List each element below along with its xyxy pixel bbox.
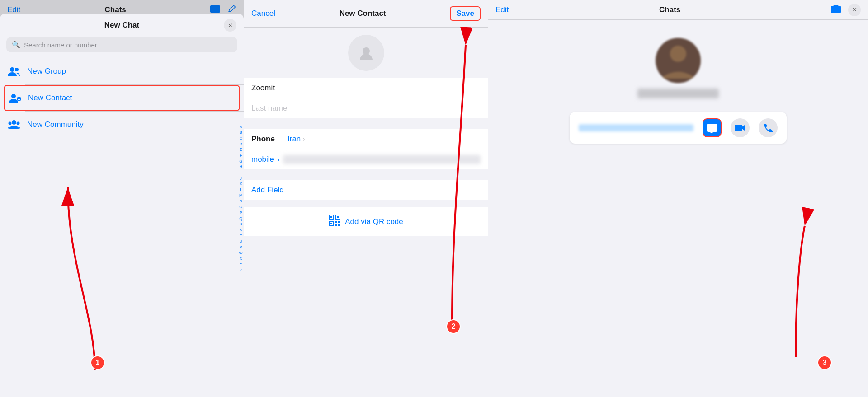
modal-title: New Chat	[104, 21, 139, 30]
video-call-button[interactable]	[731, 118, 750, 137]
new-contact-item[interactable]: New Contact	[4, 85, 240, 111]
qr-label: Add via QR code	[345, 217, 403, 226]
separator-4	[25, 138, 244, 138]
panel-3: Edit Chats ✕	[488, 0, 868, 397]
section-gap-2	[244, 173, 488, 177]
new-group-label: New Group	[27, 67, 66, 76]
cancel-button[interactable]: Cancel	[251, 9, 275, 18]
svg-point-10	[363, 47, 370, 55]
panel3-topbar: Edit Chats ✕	[488, 0, 868, 20]
svg-rect-12	[330, 216, 332, 218]
modal-header: New Chat ✕	[0, 14, 244, 33]
panel3-title: Chats	[659, 5, 680, 14]
add-field-label: Add Field	[251, 186, 284, 194]
contact-name-in-card	[579, 124, 693, 131]
phone-country-row[interactable]: Phone Iran ›	[244, 129, 488, 149]
camera-icon-3[interactable]	[831, 5, 841, 15]
step2-badge: 2	[446, 319, 461, 334]
panel3-close-button[interactable]: ✕	[848, 4, 861, 16]
qr-section[interactable]: Add via QR code	[244, 207, 488, 236]
new-group-item[interactable]: New Group	[0, 58, 244, 84]
svg-rect-16	[330, 223, 332, 224]
panel-2: Edit Chats Cancel New Contact Save	[244, 0, 488, 397]
close-icon: ✕	[228, 22, 233, 29]
new-contact-label: New Contact	[28, 93, 72, 103]
action-card	[570, 112, 787, 144]
mobile-row[interactable]: mobile ›	[244, 149, 488, 169]
add-photo-button[interactable]	[348, 35, 384, 71]
contact-avatar	[656, 38, 701, 83]
alphabet-index[interactable]: A B C D E F G H I J K L M N O P Q R S T …	[239, 124, 243, 273]
mobile-label: mobile	[251, 155, 274, 164]
first-name-value: Zoomit	[251, 84, 275, 93]
section-gap-1	[244, 122, 488, 126]
panel2-new-contact-modal: Cancel New Contact Save Zoomit Last name	[244, 0, 488, 397]
panel1-modal-sheet: New Chat ✕ 🔍 Search name or number	[0, 14, 244, 397]
new-community-label: New Community	[27, 120, 84, 129]
new-contact-icon	[8, 91, 22, 105]
panel3-topbar-right: ✕	[831, 4, 861, 16]
name-fields-section: Zoomit Last name	[244, 78, 488, 118]
contact-modal-header: Cancel New Contact Save	[244, 0, 488, 28]
search-icon: 🔍	[12, 41, 20, 49]
mobile-chevron-icon: ›	[278, 156, 279, 163]
last-name-field[interactable]: Last name	[244, 98, 488, 118]
phone-call-button[interactable]	[759, 118, 778, 137]
svg-rect-14	[337, 216, 339, 218]
new-community-item[interactable]: New Community	[0, 112, 244, 138]
photo-area	[244, 28, 488, 75]
svg-point-0	[10, 67, 14, 72]
section-gap-4	[244, 200, 488, 204]
modal-close-button[interactable]: ✕	[224, 19, 236, 32]
last-name-placeholder: Last name	[251, 104, 287, 113]
add-field-row[interactable]: Add Field	[244, 180, 488, 200]
svg-point-23	[670, 46, 686, 62]
section-gap-3	[244, 177, 488, 180]
save-button[interactable]: Save	[450, 6, 481, 21]
mobile-number-blurred	[283, 155, 481, 164]
svg-point-8	[17, 122, 20, 125]
first-name-field[interactable]: Zoomit	[244, 78, 488, 98]
svg-rect-17	[335, 221, 337, 223]
phone-country-value: Iran	[288, 135, 301, 144]
svg-point-1	[15, 68, 19, 71]
qr-code-icon	[329, 215, 340, 229]
new-group-icon	[7, 65, 21, 78]
new-community-icon	[7, 118, 21, 131]
phone-section: Phone Iran › mobile ›	[244, 129, 488, 169]
phone-label: Phone	[251, 135, 288, 144]
svg-point-7	[9, 122, 12, 125]
step3-badge: 3	[817, 355, 832, 370]
panel1-modal-overlay: New Chat ✕ 🔍 Search name or number	[0, 0, 244, 397]
panel3-edit-button[interactable]: Edit	[495, 5, 509, 14]
step1-badge: 1	[90, 355, 105, 370]
panel3-content	[488, 20, 868, 397]
panel-1: Edit Chats New Chat	[0, 0, 244, 397]
new-contact-title: New Contact	[340, 9, 386, 18]
svg-point-6	[12, 120, 16, 125]
svg-rect-19	[335, 224, 337, 226]
svg-rect-20	[338, 224, 340, 226]
search-bar[interactable]: 🔍 Search name or number	[6, 37, 237, 52]
message-button[interactable]	[703, 118, 722, 137]
search-placeholder: Search name or number	[24, 41, 97, 49]
svg-rect-18	[338, 221, 340, 223]
svg-point-2	[11, 94, 16, 98]
chevron-right-icon: ›	[302, 135, 305, 143]
contact-name-blurred	[637, 89, 719, 98]
